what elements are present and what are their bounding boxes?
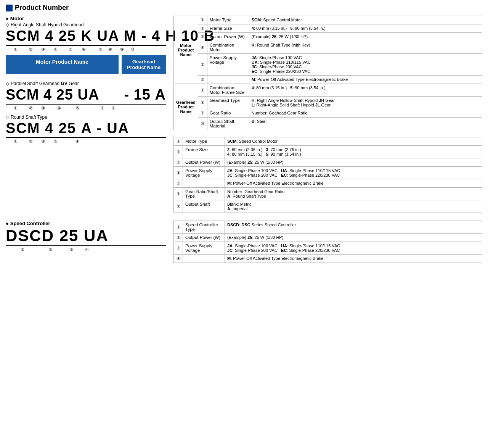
gearhead-product-name-group: GearheadProductName: [174, 84, 198, 130]
name-badges: Motor Product Name GearheadProduct Name: [6, 55, 166, 74]
t2-field-brake: [183, 179, 225, 188]
t2-num-1: ①: [174, 137, 183, 146]
blue-square-icon: [6, 5, 13, 11]
t2-value-brake: M: Power-Off Activated Type Electromagne…: [225, 179, 482, 188]
round-shaft-num-line: ① ② ③ ⑥ ④: [6, 139, 166, 144]
field-combo-motor: Combination Motor: [207, 41, 249, 54]
round-shaft-code-line: SCM 4 25 A - UA: [6, 121, 166, 138]
sc-num-2: ②: [174, 234, 183, 242]
field-brake-1: [207, 76, 249, 84]
t2-num-5: ⑤: [174, 179, 183, 188]
sc-num-3: ③: [174, 242, 183, 255]
speed-ctrl-code-block: DSCD 25 UA ① ② ③ ④: [6, 227, 166, 252]
t2-field-gear-ratio-shaft: Gear Ratio/Shaft Type: [183, 188, 225, 200]
t2-field-power-supply: Power Supply Voltage: [183, 167, 225, 179]
spec-table-2: ① Motor Type SCM: Speed Control Motor ② …: [173, 137, 482, 213]
field-output-shaft-material: Output Shaft Material: [207, 118, 249, 130]
t2-num-7: ⑦: [174, 200, 183, 213]
motor-product-name-badge: Motor Product Name: [6, 55, 119, 74]
round-shaft-code-block: SCM 4 25 A - UA ① ② ③ ⑥ ④: [6, 121, 166, 144]
sc-value-type: DSCD: DSC Series Speed Controller: [225, 221, 482, 234]
num-4: ④: [198, 41, 207, 54]
field-frame-size-1: Frame Size: [207, 24, 249, 33]
num-7: ⑦: [198, 84, 207, 97]
num-6: ⑥: [198, 76, 207, 84]
num-9: ⑨: [198, 109, 207, 118]
t2-field-motor-type: Motor Type: [183, 137, 225, 146]
value-gear-ratio-1: Number: Geahead Gear Ratio: [249, 109, 482, 118]
parallel-shaft-code-line: SCM 4 25 UA - 15 A: [6, 87, 166, 105]
value-brake-1: M: Power-Off Activated Type Electromagne…: [249, 76, 482, 84]
sc-field-type: Speed Controller Type: [183, 221, 225, 234]
t2-value-gear-ratio-shaft: Number: Gearhead Gear Ratio A: Round Sha…: [225, 188, 482, 200]
motor-bullet: Motor: [6, 16, 166, 21]
value-frame-size-1: 4: 80 mm (3.15 in.) 5: 90 mm (3.54 in.): [249, 24, 482, 33]
speed-controller-right: ① Speed Controller Type DSCD: DSC Series…: [173, 221, 482, 263]
field-gear-ratio-1: Gear Ratio: [207, 109, 249, 118]
speed-ctrl-num-line: ① ② ③ ④: [6, 247, 166, 252]
parallel-shaft-label: Parallel Shaft Gearhead GV Gear: [6, 81, 166, 86]
field-motor-type: Motor Type: [207, 16, 249, 24]
right-angle-code-line: SCM 4 25 K UA M - 4 H 10 B: [6, 28, 166, 46]
speed-controller-section: Speed Controller DSCD 25 UA ① ② ③ ④ ① Sp…: [6, 221, 482, 263]
parallel-shaft-code-block: SCM 4 25 UA - 15 A ① ② ③ ④ ⑤ ⑥ ⑦: [6, 87, 166, 111]
sc-num-4: ④: [174, 255, 183, 263]
speed-controller-bullet: Speed Controller: [6, 221, 166, 226]
t2-num-4: ④: [174, 167, 183, 179]
num-3: ③: [198, 33, 207, 41]
parallel-shaft-num-line: ① ② ③ ④ ⑤ ⑥ ⑦: [6, 106, 166, 111]
t2-value-output-power: (Example) 25: 25 W (1/30 HP): [225, 158, 482, 167]
section-header: Product Number: [6, 4, 482, 12]
num-1: ①: [198, 16, 207, 24]
spec-table-1: MotorProductName ① Motor Type SCM: Speed…: [173, 16, 482, 130]
value-output-power-1: (Example) 25: 25 W (1/30 HP): [249, 33, 482, 41]
right-angle-label: Right-Angle Shaft Hypoid Gearhead: [6, 22, 166, 27]
t2-value-frame-size: 2: 60 mm (2.36 in.) 3: 70 mm (2.76 in.) …: [225, 146, 482, 158]
right-angle-code-block: SCM 4 25 K UA M - 4 H 10 B ① ② ③ ④ ⑤ ⑥: [6, 28, 166, 52]
sc-value-output-power: (Example) 25: 25 W (1/30 HP): [225, 234, 482, 242]
value-power-supply-1: JA: Single-Phase 100 VAC UA: Single-Phas…: [249, 54, 482, 76]
num-2: ②: [198, 24, 207, 33]
t2-num-3: ③: [174, 158, 183, 167]
sc-field-output-power: Output Power (W): [183, 234, 225, 242]
motor-product-name-group: MotorProductName: [174, 16, 198, 84]
gearhead-product-name-badge: GearheadProduct Name: [122, 55, 166, 74]
speed-ctrl-code-line: DSCD 25 UA: [6, 227, 166, 246]
field-output-power-1: Output Power (W): [207, 33, 249, 41]
right-angle-num-line: ① ② ③ ④ ⑤ ⑥ ⑦ ⑧ ⑨ ⑩: [6, 47, 166, 52]
value-output-shaft-material: B: Steel: [249, 118, 482, 130]
t2-field-output-power: Output Power (W): [183, 158, 225, 167]
sc-field-brake: [183, 255, 225, 263]
value-gearhead-type: H: Right-Angle Hollow Shaft Hypoid JH Ge…: [249, 97, 482, 109]
speed-controller-left: Speed Controller DSCD 25 UA ① ② ③ ④: [6, 221, 166, 263]
spec-table-speed-ctrl: ① Speed Controller Type DSCD: DSC Series…: [173, 221, 482, 263]
sc-field-power-supply: Power Supply Voltage: [183, 242, 225, 255]
sc-value-power-supply: JA: Single-Phase 100 VAC UA: Single-Phas…: [225, 242, 482, 255]
left-column: Motor Right-Angle Shaft Hypoid Gearhead …: [6, 16, 166, 213]
sc-value-brake: M: Power-Off Activated Type Electromagne…: [225, 255, 482, 263]
t2-field-frame-size: Frame Size: [183, 146, 225, 158]
value-combo-motor: K: Round Shaft Type (with Key): [249, 41, 482, 54]
sc-num-1: ①: [174, 221, 183, 234]
page-title: Product Number: [15, 4, 69, 12]
t2-value-motor-type: SCM: Speed Control Motor: [225, 137, 482, 146]
value-combo-frame: 4: 80 mm (3.15 in.) 5: 90 mm (3.54 in.): [249, 84, 482, 97]
num-5: ⑤: [198, 54, 207, 76]
round-shaft-label: Round Shaft Type: [6, 114, 166, 120]
field-combo-frame: Combination Motor Frame Size: [207, 84, 249, 97]
num-8: ⑧: [198, 97, 207, 109]
t2-value-output-shaft: Blank: Metric A: Imperial: [225, 200, 482, 213]
t2-field-output-shaft: Output Shaft: [183, 200, 225, 213]
field-gearhead-type: Gearhead Type: [207, 97, 249, 109]
value-motor-type: SCM: Speed Control Motor: [249, 16, 482, 24]
right-column: MotorProductName ① Motor Type SCM: Speed…: [173, 16, 482, 213]
num-10: ⑩: [198, 118, 207, 130]
t2-num-2: ②: [174, 146, 183, 158]
field-power-supply-1: Power Supply Voltage: [207, 54, 249, 76]
t2-num-6: ⑥: [174, 188, 183, 200]
t2-value-power-supply: JA: Single-Phase 100 VAC UA: Single-Phas…: [225, 167, 482, 179]
